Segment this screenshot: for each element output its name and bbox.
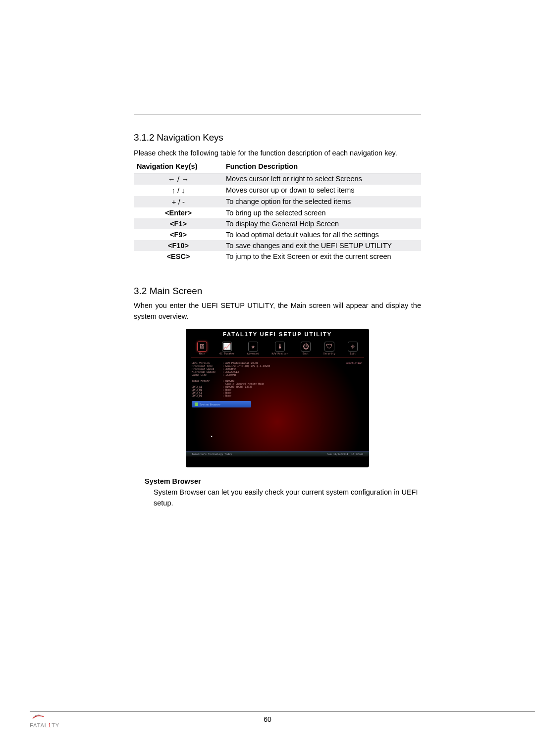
- nav-key: ↑ / ↓: [134, 185, 223, 196]
- brand-swoosh-icon: [32, 713, 45, 719]
- uefi-tab: ⏻Boot: [301, 342, 311, 355]
- navigation-keys-table: Navigation Key(s) Function Description ←…: [134, 161, 421, 262]
- section-body-32: When you enter the UEFI SETUP UTILITY, t…: [134, 301, 421, 322]
- nav-key: <ESC>: [134, 251, 223, 262]
- chip-icon: [195, 403, 198, 406]
- table-row: ↑ / ↓Moves cursor up or down to select i…: [134, 185, 421, 196]
- nav-key: <F10>: [134, 240, 223, 251]
- uefi-footer-left: Tomorrow's Technology Today: [192, 453, 232, 455]
- uefi-tab: 📈OC Tweaker: [219, 342, 234, 355]
- section-heading-32: 3.2 Main Screen: [134, 286, 421, 297]
- uefi-tab: 🛡Security: [323, 342, 335, 355]
- uefi-body: Description UEFI Version:X79 Professiona…: [186, 357, 369, 456]
- nav-key: + / -: [134, 196, 223, 207]
- uefi-tab-label: OC Tweaker: [219, 352, 234, 355]
- nav-key: <Enter>: [134, 207, 223, 218]
- nav-key: <F1>: [134, 218, 223, 229]
- top-divider: [134, 114, 421, 114]
- uefi-footer-right: Sun 12/04/2011, 15:02:48: [327, 453, 363, 455]
- uefi-title: FATAL1TY UEFI SETUP UTILITY: [186, 329, 369, 338]
- system-browser-heading: System Browser: [145, 477, 421, 485]
- nav-desc: To load optimal default values for all t…: [223, 229, 421, 240]
- table-header-desc: Function Description: [223, 161, 421, 173]
- uefi-tab: ★Advanced: [247, 342, 259, 355]
- uefi-tab: 🖥Main: [197, 342, 207, 355]
- nav-desc: To change option for the selected items: [223, 196, 421, 207]
- uefi-tab-label: Advanced: [247, 352, 259, 355]
- uefi-tab-label: H/W Monitor: [271, 352, 288, 355]
- nav-desc: To save changes and exit the UEFI SETUP …: [223, 240, 421, 251]
- uefi-system-browser-label: System Browser: [200, 403, 220, 406]
- uefi-tab-icon: ★: [248, 342, 258, 352]
- nav-desc: To jump to the Exit Screen or exit the c…: [223, 251, 421, 262]
- nav-key: <F9>: [134, 229, 223, 240]
- uefi-tab-label: Exit: [350, 352, 356, 355]
- uefi-tab-icon: ⎆: [348, 342, 358, 352]
- table-row: ← / →Moves cursor left or right to selec…: [134, 173, 421, 185]
- uefi-tab-label: Security: [323, 352, 335, 355]
- nav-key: ← / →: [134, 173, 223, 185]
- uefi-tab-icon: ⏻: [301, 342, 311, 352]
- uefi-slot-row: DDR3_D1:None: [192, 394, 363, 397]
- table-row: <ESC>To jump to the Exit Screen or exit …: [134, 251, 421, 262]
- uefi-tab-icon: 🖥: [197, 342, 207, 352]
- nav-desc: Moves cursor up or down to select items: [223, 185, 421, 196]
- table-row: <F1>To display the General Help Screen: [134, 218, 421, 229]
- uefi-screenshot: FATAL1TY UEFI SETUP UTILITY 🖥Main📈OC Twe…: [186, 329, 369, 467]
- uefi-tab-bar: 🖥Main📈OC Tweaker★Advanced🌡H/W Monitor⏻Bo…: [186, 338, 369, 357]
- page-content: 3.1.2 Navigation Keys Please check the f…: [0, 0, 535, 534]
- section-body-312: Please check the following table for the…: [134, 148, 421, 159]
- brand-logo: FATAL1TY: [30, 722, 59, 728]
- table-row: <Enter>To bring up the selected screen: [134, 207, 421, 218]
- nav-desc: To bring up the selected screen: [223, 207, 421, 218]
- brand-part3: TY: [52, 722, 59, 728]
- table-row: <F10>To save changes and exit the UEFI S…: [134, 240, 421, 251]
- system-browser-text: System Browser can let you easily check …: [154, 487, 421, 509]
- uefi-cursor-caret-icon: ➤: [211, 435, 213, 439]
- uefi-tab-icon: 📈: [222, 342, 232, 352]
- nav-desc: To display the General Help Screen: [223, 218, 421, 229]
- nav-desc: Moves cursor left or right to select Scr…: [223, 173, 421, 185]
- table-header-keys: Navigation Key(s): [134, 161, 223, 173]
- page-number: 60: [0, 715, 535, 723]
- uefi-tab: 🌡H/W Monitor: [271, 342, 288, 355]
- uefi-screenshot-wrap: FATAL1TY UEFI SETUP UTILITY 🖥Main📈OC Twe…: [134, 329, 421, 467]
- uefi-system-browser-button: System Browser: [192, 401, 251, 407]
- uefi-tab: ⎆Exit: [348, 342, 358, 355]
- footer-divider: [30, 711, 535, 711]
- uefi-tab-label: Main: [199, 352, 205, 355]
- uefi-tab-label: Boot: [303, 352, 309, 355]
- uefi-tab-icon: 🛡: [324, 342, 334, 352]
- table-row: + / -To change option for the selected i…: [134, 196, 421, 207]
- brand-part1: FATAL: [30, 722, 48, 728]
- section-heading-312: 3.1.2 Navigation Keys: [134, 132, 421, 143]
- table-row: <F9>To load optimal default values for a…: [134, 229, 421, 240]
- uefi-description-label: Description: [346, 361, 362, 364]
- uefi-footer: Tomorrow's Technology Today Sun 12/04/20…: [186, 451, 369, 456]
- uefi-tab-icon: 🌡: [275, 342, 285, 352]
